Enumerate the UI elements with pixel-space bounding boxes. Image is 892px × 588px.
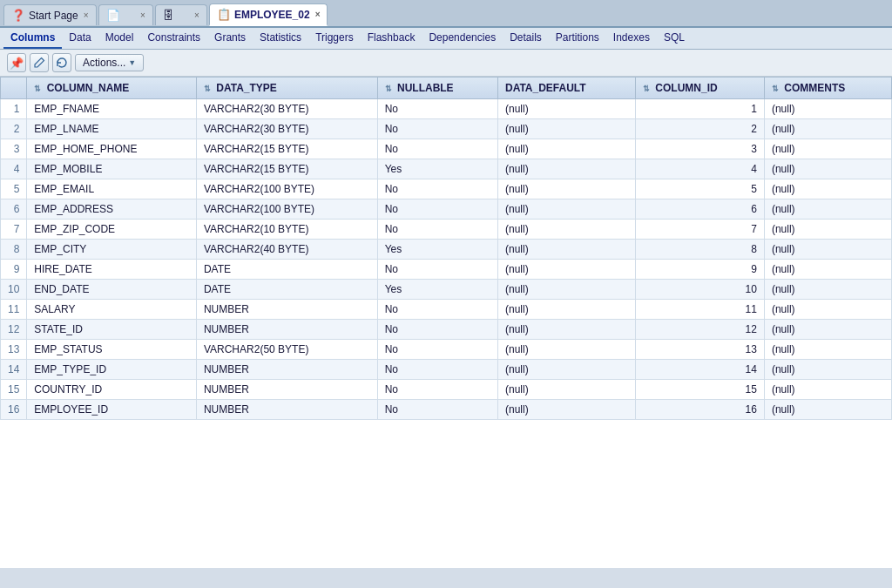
cell-comments: (null) <box>764 139 891 159</box>
refresh-button[interactable] <box>52 53 71 72</box>
cell-comments: (null) <box>764 220 891 240</box>
tab-sql1-close[interactable]: × <box>194 10 199 20</box>
cell-column-name: STATE_ID <box>27 320 197 340</box>
cell-column-id: 11 <box>635 300 764 320</box>
cell-nullable: No <box>377 199 497 220</box>
nav-tabs: Columns Data Model Constraints Grants St… <box>0 28 892 50</box>
table-row[interactable]: 12 STATE_ID NUMBER No (null) 12 (null) <box>1 320 892 340</box>
table-row[interactable]: 6 EMP_ADDRESS VARCHAR2(100 BYTE) No (nul… <box>1 199 892 220</box>
cell-column-name: EMP_MOBILE <box>27 159 197 179</box>
cell-nullable: No <box>377 99 497 119</box>
nav-tab-sql[interactable]: SQL <box>657 28 692 49</box>
tab-start-page[interactable]: ❓ Start Page × <box>3 4 97 25</box>
nav-tab-statistics[interactable]: Statistics <box>253 28 308 49</box>
cell-column-name: EMP_ZIP_CODE <box>27 220 197 240</box>
cell-comments: (null) <box>764 280 891 300</box>
table-row[interactable]: 15 COUNTRY_ID NUMBER No (null) 15 (null) <box>1 380 892 400</box>
cell-rownum: 5 <box>1 179 27 199</box>
table-row[interactable]: 3 EMP_HOME_PHONE VARCHAR2(15 BYTE) No (n… <box>1 139 892 159</box>
table-row[interactable]: 11 SALARY NUMBER No (null) 11 (null) <box>1 300 892 320</box>
cell-column-id: 3 <box>635 139 764 159</box>
edit-button[interactable] <box>30 53 49 72</box>
cell-rownum: 4 <box>1 159 27 179</box>
cell-rownum: 10 <box>1 280 27 300</box>
table-row[interactable]: 10 END_DATE DATE Yes (null) 10 (null) <box>1 280 892 300</box>
table-row[interactable]: 16 EMPLOYEE_ID NUMBER No (null) 16 (null… <box>1 400 892 420</box>
cell-nullable: No <box>377 260 497 280</box>
cell-data-type: NUMBER <box>196 320 377 340</box>
nav-tab-details[interactable]: Details <box>503 28 549 49</box>
nav-tab-data[interactable]: Data <box>62 28 98 49</box>
cell-column-id: 2 <box>635 119 764 139</box>
cell-data-default: (null) <box>497 260 635 280</box>
cell-data-default: (null) <box>497 99 635 119</box>
nav-tab-partitions[interactable]: Partitions <box>549 28 606 49</box>
nav-tab-triggers[interactable]: Triggers <box>308 28 361 49</box>
cell-comments: (null) <box>764 159 891 179</box>
col-header-nullable[interactable]: ⇅ NULLABLE <box>377 78 497 99</box>
sort-icon-data-type: ⇅ <box>204 84 211 93</box>
nav-tab-constraints[interactable]: Constraints <box>140 28 207 49</box>
cell-column-name: EMP_FNAME <box>27 99 197 119</box>
edit-icon <box>33 57 45 69</box>
cell-column-name: EMPLOYEE_ID <box>27 400 197 420</box>
cell-comments: (null) <box>764 400 891 420</box>
cell-comments: (null) <box>764 380 891 400</box>
cell-rownum: 11 <box>1 300 27 320</box>
col-header-comments[interactable]: ⇅ COMMENTS <box>764 78 891 99</box>
nav-tab-indexes[interactable]: Indexes <box>606 28 657 49</box>
nav-tab-dependencies[interactable]: Dependencies <box>422 28 503 49</box>
table-row[interactable]: 1 EMP_FNAME VARCHAR2(30 BYTE) No (null) … <box>1 99 892 119</box>
table-row[interactable]: 4 EMP_MOBILE VARCHAR2(15 BYTE) Yes (null… <box>1 159 892 179</box>
tab-sql1[interactable]: 🗄 × <box>155 4 207 25</box>
table-row[interactable]: 7 EMP_ZIP_CODE VARCHAR2(10 BYTE) No (nul… <box>1 220 892 240</box>
cell-rownum: 15 <box>1 380 27 400</box>
col-label-nullable: NULLABLE <box>397 82 454 94</box>
cell-comments: (null) <box>764 340 891 360</box>
col-header-column-name[interactable]: ⇅ COLUMN_NAME <box>27 78 197 99</box>
cell-data-default: (null) <box>497 159 635 179</box>
col-header-rownum <box>1 78 27 99</box>
table-row[interactable]: 14 EMP_TYPE_ID NUMBER No (null) 14 (null… <box>1 360 892 380</box>
cell-rownum: 12 <box>1 320 27 340</box>
cell-column-name: SALARY <box>27 300 197 320</box>
pin-button[interactable]: 📌 <box>7 53 26 72</box>
table-row[interactable]: 8 EMP_CITY VARCHAR2(40 BYTE) Yes (null) … <box>1 240 892 260</box>
cell-nullable: Yes <box>377 159 497 179</box>
table-row[interactable]: 5 EMP_EMAIL VARCHAR2(100 BYTE) No (null)… <box>1 179 892 199</box>
cell-column-name: EMP_STATUS <box>27 340 197 360</box>
cell-data-type: VARCHAR2(30 BYTE) <box>196 119 377 139</box>
tab-doc1-label <box>124 10 135 22</box>
cell-column-id: 12 <box>635 320 764 340</box>
nav-tab-columns[interactable]: Columns <box>3 28 62 49</box>
tab-doc1[interactable]: 📄 × <box>98 4 153 25</box>
cell-data-type: NUMBER <box>196 400 377 420</box>
cell-data-type: VARCHAR2(40 BYTE) <box>196 240 377 260</box>
tab-employee02[interactable]: 📋 EMPLOYEE_02 × <box>209 3 328 26</box>
table-row[interactable]: 13 EMP_STATUS VARCHAR2(50 BYTE) No (null… <box>1 340 892 360</box>
cell-comments: (null) <box>764 300 891 320</box>
table-container[interactable]: ⇅ COLUMN_NAME ⇅ DATA_TYPE ⇅ NULLABLE DAT… <box>0 77 892 568</box>
table-row[interactable]: 9 HIRE_DATE DATE No (null) 9 (null) <box>1 260 892 280</box>
table-row[interactable]: 2 EMP_LNAME VARCHAR2(30 BYTE) No (null) … <box>1 119 892 139</box>
cell-data-default: (null) <box>497 179 635 199</box>
cell-nullable: No <box>377 380 497 400</box>
tab-start-page-label: Start Page <box>29 10 78 22</box>
cell-data-default: (null) <box>497 320 635 340</box>
col-header-data-type[interactable]: ⇅ DATA_TYPE <box>196 78 377 99</box>
cell-column-id: 14 <box>635 360 764 380</box>
nav-tab-model[interactable]: Model <box>98 28 141 49</box>
cell-column-name: EMP_HOME_PHONE <box>27 139 197 159</box>
col-label-data-default: DATA_DEFAULT <box>505 82 586 94</box>
tab-employee02-close[interactable]: × <box>315 10 321 19</box>
tab-doc1-close[interactable]: × <box>140 10 145 20</box>
col-header-data-default[interactable]: DATA_DEFAULT <box>497 78 635 99</box>
col-label-comments: COMMENTS <box>784 82 845 94</box>
col-header-column-id[interactable]: ⇅ COLUMN_ID <box>635 78 764 99</box>
cell-data-type: NUMBER <box>196 360 377 380</box>
sort-icon-column-id: ⇅ <box>643 84 650 93</box>
nav-tab-flashback[interactable]: Flashback <box>361 28 422 49</box>
nav-tab-grants[interactable]: Grants <box>207 28 253 49</box>
actions-button[interactable]: Actions... ▼ <box>75 54 144 71</box>
tab-start-page-close[interactable]: × <box>84 10 89 20</box>
